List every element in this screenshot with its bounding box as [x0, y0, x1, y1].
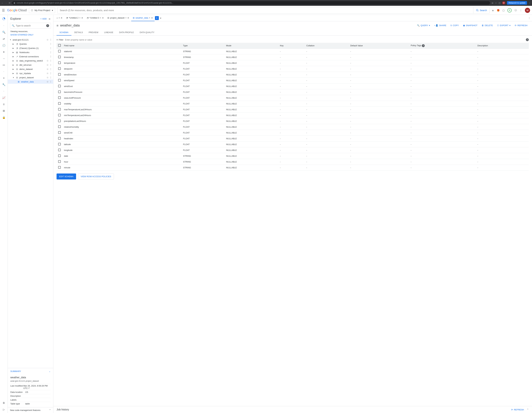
- url-bar[interactable]: ◧ console.cloud.google.com/bigquery?proj…: [12, 1, 490, 5]
- filter-input[interactable]: [65, 38, 524, 41]
- close-icon[interactable]: ✕: [102, 17, 104, 19]
- more-icon[interactable]: ⋮: [50, 64, 52, 66]
- share-rail-icon[interactable]: ⚯: [3, 64, 5, 67]
- dataset-node[interactable]: ▶ ⊟ data_engineering_week3 ☆ ⋮: [8, 59, 53, 63]
- row-checkbox[interactable]: [58, 102, 61, 105]
- relaunch-button[interactable]: Relaunch to update: [507, 1, 527, 5]
- close-icon[interactable]: ✕: [127, 17, 129, 19]
- google-cloud-logo[interactable]: Google Cloud: [7, 8, 27, 12]
- schema-row[interactable]: latitude FLOAT NULLABLE - - - - -: [57, 142, 529, 147]
- more-icon[interactable]: ⋮: [50, 55, 52, 58]
- row-checkbox[interactable]: [58, 56, 61, 58]
- select-all-checkbox[interactable]: [58, 44, 61, 47]
- col-collation[interactable]: Collation: [305, 43, 349, 49]
- schema-row[interactable]: heatIndex FLOAT NULLABLE - - - - -: [57, 136, 529, 142]
- search-rail-icon[interactable]: 🔍: [2, 31, 6, 34]
- more-icon[interactable]: ⋮: [520, 9, 522, 12]
- star-icon[interactable]: ☆: [47, 38, 49, 41]
- profile-avatar[interactable]: W: [502, 1, 505, 5]
- query-tab[interactable]: ◔ *Untitled 2 ▾ ✕: [65, 15, 85, 21]
- col-type[interactable]: Type: [181, 43, 224, 49]
- search-input[interactable]: [57, 9, 473, 12]
- star-rail-icon[interactable]: ✦: [3, 51, 5, 54]
- row-checkbox[interactable]: [58, 131, 61, 134]
- home-tab[interactable]: ⌂ ▾ ✕: [55, 15, 64, 21]
- row-checkbox[interactable]: [58, 155, 61, 157]
- schema-row[interactable]: windDirection FLOAT NULLABLE - - - - -: [57, 72, 529, 78]
- bar-rail-icon[interactable]: ⫼: [3, 103, 5, 106]
- expand-rail-icon[interactable]: ▷: [3, 408, 5, 411]
- dot-icon[interactable]: ·: [3, 24, 4, 27]
- more-icon[interactable]: ⋮: [50, 43, 52, 45]
- row-checkbox[interactable]: [58, 137, 61, 140]
- classic-queries-node[interactable]: ▶ ◔ (Classic) Queries (1) ⋮: [8, 46, 53, 50]
- more-icon[interactable]: ⋮: [50, 68, 52, 70]
- row-checkbox[interactable]: [58, 114, 61, 116]
- schema-tab[interactable]: SCHEMA: [57, 29, 71, 36]
- more-icon[interactable]: ⋮: [50, 51, 52, 54]
- more-icon[interactable]: ⋮: [50, 80, 52, 83]
- list-rail-icon[interactable]: ≡: [3, 77, 5, 80]
- schema-row[interactable]: barometricPressure FLOAT NULLABLE - - - …: [57, 89, 529, 95]
- edit-schema-button[interactable]: EDIT SCHEMA: [57, 174, 76, 179]
- account-avatar[interactable]: W: [525, 8, 530, 13]
- row-checkbox[interactable]: [58, 119, 61, 122]
- chart-rail-icon[interactable]: 📈: [2, 96, 6, 99]
- snapshot-button[interactable]: ▣SNAPSHOT: [462, 23, 479, 28]
- col-policy[interactable]: Policy Tags: [411, 44, 421, 47]
- dataset-tab[interactable]: ⊟ project_dataset ▾ ✕: [106, 15, 131, 21]
- row-checkbox[interactable]: [58, 149, 61, 151]
- star-icon[interactable]: ☆: [47, 76, 49, 79]
- nav-menu-icon[interactable]: ☰: [2, 8, 5, 12]
- col-description[interactable]: Description: [476, 43, 529, 49]
- more-icon[interactable]: ⋮: [50, 72, 52, 74]
- preview-tab[interactable]: PREVIEW: [86, 29, 101, 36]
- row-checkbox[interactable]: [58, 67, 61, 70]
- project-node[interactable]: ▼ axial-gist-411121 ☆ ⋮: [8, 38, 53, 42]
- bookmark-icon[interactable]: ☆: [495, 2, 497, 4]
- cloud-shell-icon[interactable]: ≣: [492, 9, 494, 12]
- col-default[interactable]: Default Value: [349, 43, 409, 49]
- copy-button[interactable]: ⎘COPY: [449, 23, 460, 28]
- col-mode[interactable]: Mode: [224, 43, 278, 49]
- col-key[interactable]: Key: [278, 43, 305, 49]
- schema-row[interactable]: maxTemperatureLast24Hours FLOAT NULLABLE…: [57, 107, 529, 112]
- queries-node[interactable]: ▶ ◔ Queries ⋮: [8, 42, 53, 46]
- star-icon[interactable]: ☆: [47, 59, 49, 62]
- more-icon[interactable]: ⋮: [50, 76, 52, 79]
- share-button[interactable]: +👤SHARE: [433, 23, 447, 28]
- back-icon[interactable]: ←: [1, 2, 3, 4]
- table-node-selected[interactable]: ⊞ weather_data ☆ ⋮: [8, 80, 53, 84]
- zoom-icon[interactable]: ⊖: [492, 2, 493, 4]
- schema-row[interactable]: hour STRING NULLABLE - - - - -: [57, 159, 529, 165]
- lineage-tab[interactable]: LINEAGE: [101, 29, 116, 36]
- close-icon[interactable]: ✕: [61, 17, 63, 19]
- dataset-node[interactable]: ▶ ⊟ nyc_tripdata ☆ ⋮: [8, 71, 53, 75]
- help-icon[interactable]: ?: [526, 38, 529, 41]
- schema-row[interactable]: timestamp STRING NULLABLE - - - - -: [57, 54, 529, 60]
- sidepanel-icon[interactable]: ◫: [499, 2, 501, 4]
- trial-badge[interactable]: 6: [507, 8, 512, 12]
- close-icon[interactable]: ✕: [151, 17, 153, 19]
- schema-row[interactable]: windGust FLOAT NULLABLE - - - - -: [57, 83, 529, 89]
- details-tab[interactable]: DETAILS: [71, 29, 86, 36]
- refresh-button[interactable]: ⟳REFRESH: [513, 23, 529, 28]
- wrench-rail-icon[interactable]: 🔧: [2, 83, 6, 86]
- data-profile-tab[interactable]: DATA PROFILE: [116, 29, 137, 36]
- row-checkbox[interactable]: [58, 62, 61, 64]
- schema-row[interactable]: minute STRING NULLABLE - - - - -: [57, 165, 529, 171]
- bigquery-logo-icon[interactable]: ◔: [2, 17, 5, 21]
- show-starred-link[interactable]: SHOW STARRED ONLY: [8, 33, 53, 38]
- schema-row[interactable]: seaLevelPressure FLOAT NULLABLE - - - - …: [57, 95, 529, 101]
- history-rail-icon[interactable]: 🕘: [2, 44, 6, 47]
- export-button[interactable]: ↥EXPORT▾: [496, 23, 512, 28]
- help-icon[interactable]: ?: [422, 44, 425, 47]
- notebooks-node[interactable]: ▶ ▤ Notebooks ⋮: [8, 50, 53, 54]
- schema-row[interactable]: date STRING NULLABLE - - - - -: [57, 153, 529, 159]
- col-field-name[interactable]: Field name: [62, 43, 181, 49]
- chevron-up-icon[interactable]: ⌃: [527, 408, 529, 411]
- gift-icon[interactable]: 🎁: [497, 9, 500, 12]
- footer-announcement[interactable]: New code-management features ⌃: [8, 407, 53, 413]
- more-icon[interactable]: ⋮: [50, 38, 52, 41]
- lock-rail-icon[interactable]: 🔒: [2, 116, 6, 119]
